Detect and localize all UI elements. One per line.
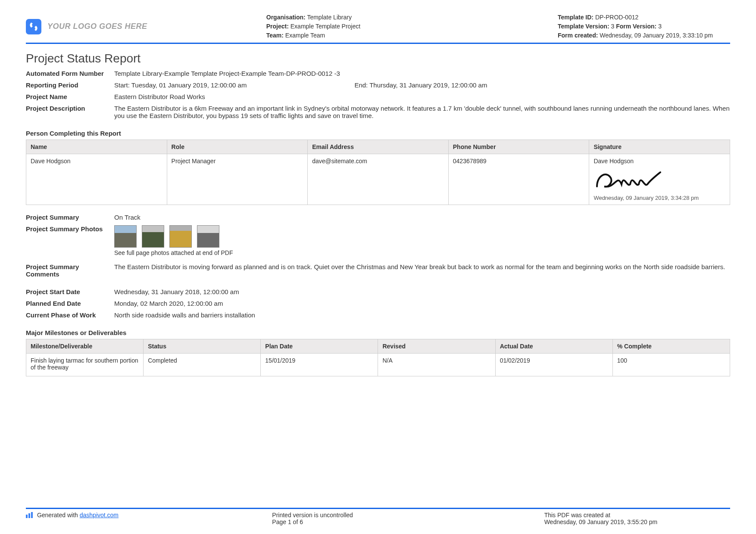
table-row: Finish laying tarmac for southern portio… xyxy=(26,354,730,376)
page-title: Project Status Report xyxy=(26,52,730,65)
footer-right: This PDF was created at Wednesday, 09 Ja… xyxy=(458,512,730,525)
table-header-row: Name Role Email Address Phone Number Sig… xyxy=(26,140,730,154)
dashpivot-link[interactable]: dashpivot.com xyxy=(80,512,119,518)
logo-icon xyxy=(26,19,41,34)
field-planned-end-date: Planned End Date Monday, 02 March 2020, … xyxy=(26,300,730,307)
person-table: Name Role Email Address Phone Number Sig… xyxy=(26,140,730,205)
photo-thumbnail[interactable] xyxy=(114,225,137,248)
photo-thumbnail[interactable] xyxy=(142,225,164,248)
reporting-period-end: End: Thursday, 31 January 2019, 12:00:00… xyxy=(354,81,487,89)
header-meta-right: Template ID: DP-PROD-0012 Template Versi… xyxy=(558,13,730,40)
logo-block: YOUR LOGO GOES HERE xyxy=(26,13,147,40)
svg-rect-2 xyxy=(31,512,33,518)
photo-caption: See full page photos attached at end of … xyxy=(114,249,730,256)
table-header-row: Milestone/Deliverable Status Plan Date R… xyxy=(26,339,730,354)
document-header: YOUR LOGO GOES HERE Organisation: Templa… xyxy=(26,13,730,44)
footer-center: Printed version is uncontrolled Page 1 o… xyxy=(212,512,458,525)
field-project-summary: Project Summary On Track xyxy=(26,214,730,221)
signature-cell: Dave Hodgson Wednesday, 09 January 2019,… xyxy=(589,154,730,205)
header-meta-left: Organisation: Template Library Project: … xyxy=(266,13,439,40)
photo-thumbnail[interactable] xyxy=(169,225,192,248)
document-page: YOUR LOGO GOES HERE Organisation: Templa… xyxy=(0,0,756,534)
svg-rect-0 xyxy=(26,515,28,518)
reporting-period-start: Start: Tuesday, 01 January 2019, 12:00:0… xyxy=(114,81,247,89)
photo-thumbnail[interactable] xyxy=(197,225,219,248)
milestones-table: Milestone/Deliverable Status Plan Date R… xyxy=(26,339,730,376)
field-project-description: Project Description The Eastern Distribu… xyxy=(26,105,730,119)
field-project-name: Project Name Eastern Distributor Road Wo… xyxy=(26,93,730,100)
logo-placeholder-text: YOUR LOGO GOES HERE xyxy=(47,22,147,31)
svg-rect-1 xyxy=(28,513,30,518)
field-current-phase: Current Phase of Work North side roadsid… xyxy=(26,311,730,319)
bars-icon xyxy=(26,512,33,519)
field-reporting-period: Reporting Period Start: Tuesday, 01 Janu… xyxy=(26,81,730,89)
photo-thumbnails xyxy=(114,225,730,248)
field-automated-form-number: Automated Form Number Template Library-E… xyxy=(26,70,730,77)
section-person-completing: Person Completing this Report xyxy=(26,130,730,137)
section-milestones: Major Milestones or Deliverables xyxy=(26,329,730,336)
field-project-start-date: Project Start Date Wednesday, 31 January… xyxy=(26,288,730,295)
table-row: Dave Hodgson Project Manager dave@sitema… xyxy=(26,154,730,205)
signature-icon xyxy=(594,167,662,191)
field-project-summary-comments: Project Summary Comments The Eastern Dis… xyxy=(26,263,730,278)
document-footer: Generated with dashpivot.com Printed ver… xyxy=(26,508,730,525)
field-project-summary-photos: Project Summary Photos See full page pho… xyxy=(26,225,730,256)
footer-left: Generated with dashpivot.com xyxy=(26,512,212,525)
